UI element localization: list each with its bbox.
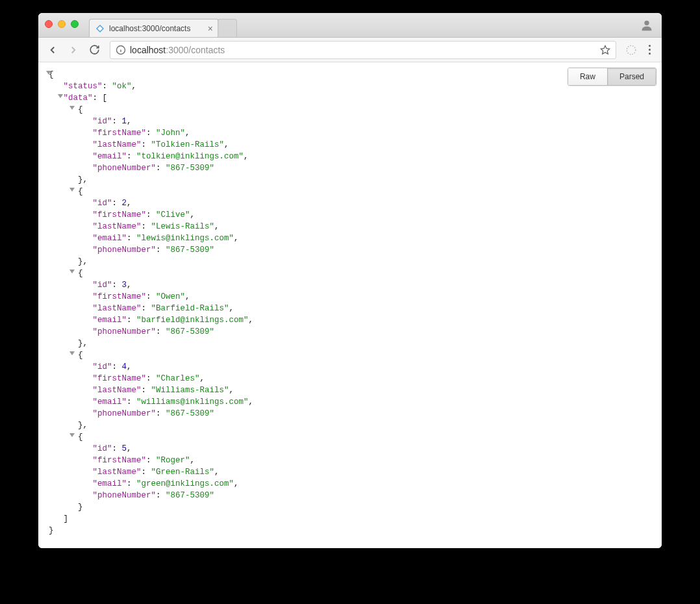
json-line: }, — [49, 174, 656, 186]
collapse-arrow-icon[interactable] — [69, 270, 75, 273]
extension-icon[interactable] — [625, 44, 637, 56]
json-line: "email": "green@inklings.com", — [49, 478, 656, 490]
minimize-window-button[interactable] — [58, 20, 66, 28]
url-text: localhost:3000/contacts — [130, 45, 225, 55]
close-window-button[interactable] — [45, 20, 53, 28]
json-line: "id": 4, — [49, 361, 656, 373]
forward-button[interactable] — [64, 41, 82, 59]
json-line: "phoneNumber": "867-5309" — [49, 162, 656, 174]
json-line: "phoneNumber": "867-5309" — [49, 326, 656, 338]
json-line: "id": 5, — [49, 443, 656, 455]
json-line: "email": "lewis@inklings.com", — [49, 233, 656, 244]
profile-icon[interactable] — [640, 18, 654, 32]
reload-button[interactable] — [85, 41, 103, 59]
toolbar: localhost:3000/contacts — [38, 38, 662, 62]
json-line: } — [49, 501, 656, 513]
json-line: "lastName": "Williams-Rails", — [49, 384, 656, 396]
collapse-arrow-icon[interactable] — [58, 94, 63, 98]
json-line: "firstName": "Charles", — [49, 373, 656, 384]
json-line: { — [49, 104, 656, 116]
json-line: }, — [49, 338, 656, 349]
bookmark-star-icon[interactable] — [600, 45, 610, 55]
json-line: "lastName": "Tolkien-Rails", — [49, 139, 656, 151]
json-line: "firstName": "Roger", — [49, 455, 656, 466]
address-bar[interactable]: localhost:3000/contacts — [110, 41, 616, 59]
json-line: "lastName": "Lewis-Rails", — [49, 221, 656, 233]
json-line: { — [49, 349, 656, 361]
json-line: "firstName": "John", — [49, 127, 656, 139]
collapse-arrow-icon[interactable] — [69, 188, 75, 192]
json-line: { — [49, 69, 656, 81]
page-content: Raw Parsed { "status": "ok", "data": [ {… — [38, 62, 662, 548]
json-line: }, — [49, 420, 656, 431]
json-line: "id": 1, — [49, 116, 656, 127]
tab-title: localhost:3000/contacts — [109, 24, 204, 33]
svg-point-2 — [644, 21, 649, 25]
back-button[interactable] — [44, 41, 62, 59]
browser-tab-active[interactable]: localhost:3000/contacts × — [89, 19, 219, 37]
json-line: "firstName": "Owen", — [49, 291, 656, 303]
json-line: ] — [49, 513, 656, 525]
favicon-icon — [95, 23, 105, 34]
json-line: }, — [49, 256, 656, 268]
json-line: { — [49, 431, 656, 443]
tab-strip: localhost:3000/contacts × — [89, 13, 237, 37]
menu-button[interactable] — [642, 45, 656, 55]
json-line: "data": [ — [49, 92, 656, 104]
json-line: "email": "williams@inklings.com", — [49, 396, 656, 408]
collapse-arrow-icon[interactable] — [69, 106, 75, 110]
json-line: { — [49, 186, 656, 197]
json-line: "phoneNumber": "867-5309" — [49, 244, 656, 256]
json-line: "firstName": "Clive", — [49, 209, 656, 221]
json-line: "id": 3, — [49, 279, 656, 291]
collapse-arrow-icon[interactable] — [69, 351, 75, 355]
window-controls — [45, 20, 79, 28]
title-bar: localhost:3000/contacts × — [38, 13, 662, 38]
json-line: "phoneNumber": "867-5309" — [49, 490, 656, 501]
site-info-icon[interactable] — [116, 45, 126, 55]
json-line: { — [49, 268, 656, 279]
json-line: "email": "tolkien@inklings.com", — [49, 151, 656, 162]
json-line: "id": 2, — [49, 197, 656, 209]
json-line: "lastName": "Green-Rails", — [49, 466, 656, 478]
json-line: "phoneNumber": "867-5309" — [49, 408, 656, 420]
json-viewer: { "status": "ok", "data": [ { "id": 1, "… — [42, 66, 658, 539]
svg-point-7 — [627, 45, 636, 55]
collapse-arrow-icon[interactable] — [69, 433, 75, 437]
svg-marker-6 — [601, 45, 609, 54]
json-line: } — [49, 525, 656, 536]
tab-close-icon[interactable]: × — [208, 23, 213, 34]
json-line: "lastName": "Barfield-Rails", — [49, 303, 656, 314]
browser-window: localhost:3000/contacts × localhost:3000… — [38, 13, 662, 548]
new-tab-button[interactable] — [218, 19, 237, 37]
json-line: "email": "barfield@inklings.com", — [49, 314, 656, 326]
json-line: "status": "ok", — [49, 81, 656, 92]
collapse-arrow-icon[interactable] — [46, 71, 51, 75]
maximize-window-button[interactable] — [71, 20, 79, 28]
